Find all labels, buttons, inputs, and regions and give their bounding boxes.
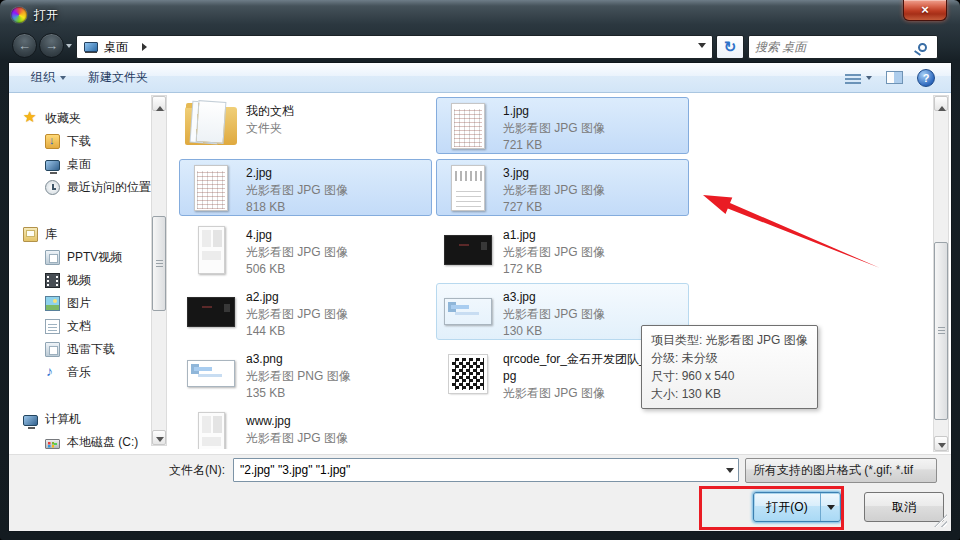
close-button[interactable]: × — [903, 0, 947, 21]
sidebar-group-gap — [9, 199, 151, 223]
sidebar-item-disk[interactable]: 本地磁盘 (C:) — [9, 431, 151, 454]
file-list-scrollbar[interactable] — [933, 95, 949, 452]
file-tile[interactable]: 1.jpg光影看图 JPG 图像721 KB — [436, 97, 689, 154]
scroll-up-icon[interactable] — [152, 96, 166, 111]
titlebar[interactable]: 打开 × — [0, 0, 960, 30]
scroll-up-icon[interactable] — [934, 96, 948, 111]
views-button[interactable] — [845, 72, 872, 84]
qr-thumbnail-icon — [449, 355, 487, 393]
scrollbar-thumb[interactable] — [934, 242, 948, 420]
breadcrumb-chevron-icon[interactable] — [142, 43, 151, 51]
preview-pane-button[interactable] — [886, 71, 903, 84]
filename-combobox[interactable] — [233, 458, 739, 482]
refresh-button[interactable]: ↻ — [716, 35, 744, 59]
file-size: 135 KB — [246, 385, 351, 402]
file-tile[interactable]: 我的文档文件夹 — [179, 97, 432, 154]
desktop-icon — [84, 42, 98, 52]
dialog-content-panel: 组织 新建文件夹 ? 收藏夹下载桌面最近访问的位置库PPTV视频视频图片文档迅雷… — [8, 62, 952, 532]
file-tile[interactable]: a1.jpg光影看图 JPG 图像172 KB — [436, 221, 689, 278]
file-type: 光影看图 JPG 图像 — [246, 306, 348, 323]
file-size: 818 KB — [246, 199, 348, 216]
sidebar-item-star[interactable]: 收藏夹 — [9, 107, 151, 130]
file-size: 721 KB — [503, 137, 605, 154]
folder-thumbnail-icon — [185, 107, 237, 145]
organize-button[interactable]: 组织 — [31, 69, 66, 86]
file-name: 4.jpg — [246, 227, 348, 244]
search-box[interactable] — [748, 35, 938, 59]
dark-thumbnail-icon — [187, 297, 235, 327]
sidebar-item-label: 文档 — [67, 318, 91, 335]
sheet-thumbnail-icon — [451, 103, 485, 149]
sidebar-item-recent[interactable]: 最近访问的位置 — [9, 176, 151, 199]
filetype-select[interactable]: 所有支持的图片格式 (*.gif; *.tif — [745, 458, 937, 483]
desktop-icon — [45, 160, 60, 171]
sidebar-item-pictures[interactable]: 图片 — [9, 292, 151, 315]
organize-label: 组织 — [31, 69, 55, 86]
sidebar-item-lib[interactable]: PPTV视频 — [9, 246, 151, 269]
file-tile-info: www.jpg光影看图 JPG 图像 — [246, 411, 348, 449]
tooltip-line: 分级: 未分级 — [651, 349, 808, 367]
scrollbar-thumb[interactable] — [152, 216, 166, 311]
pictures-icon — [45, 296, 60, 311]
file-type: 光影看图 JPG 图像 — [503, 306, 605, 323]
open-button[interactable]: 打开(O) — [753, 492, 841, 522]
sidebar-item-lib[interactable]: 迅雷下载 — [9, 338, 151, 361]
file-name: a1.jpg — [503, 227, 605, 244]
scroll-down-icon[interactable] — [934, 436, 948, 451]
sidebar-item-computer[interactable]: 计算机 — [9, 408, 151, 431]
file-tile-info: a2.jpg光影看图 JPG 图像144 KB — [246, 287, 348, 336]
file-tile-info: 4.jpg光影看图 JPG 图像506 KB — [246, 225, 348, 274]
address-bar[interactable]: 桌面 — [76, 35, 713, 59]
thumbnail-container — [441, 225, 495, 274]
forward-button[interactable]: → — [39, 33, 64, 58]
breadcrumb[interactable]: 桌面 — [104, 39, 128, 56]
recent-pages-dropdown-icon[interactable] — [66, 44, 72, 51]
sidebar-item-label: PPTV视频 — [67, 249, 122, 266]
sidebar-item-film[interactable]: 视频 — [9, 269, 151, 292]
thumbnail-container — [184, 349, 238, 398]
scroll-down-icon[interactable] — [152, 430, 166, 445]
file-type: 光影看图 JPG 图像 — [246, 430, 348, 447]
views-icon — [845, 72, 861, 84]
file-tile-info: a3.png光影看图 PNG 图像135 KB — [246, 349, 351, 398]
new-folder-button[interactable]: 新建文件夹 — [88, 69, 148, 86]
filename-dropdown-icon[interactable] — [721, 459, 738, 481]
winshot-thumbnail-icon — [187, 360, 235, 387]
search-input[interactable] — [749, 40, 918, 54]
sidebar-item-library[interactable]: 库 — [9, 223, 151, 246]
file-tile[interactable]: a2.jpg光影看图 JPG 图像144 KB — [179, 283, 432, 340]
back-button[interactable]: ← — [12, 33, 37, 58]
file-type: 光影看图 JPG 图像 — [503, 182, 605, 199]
sidebar-group-gap — [9, 384, 151, 408]
open-dialog-window: 打开 × ← → 桌面 ↻ 组织 新建文件夹 — [0, 0, 960, 540]
sidebar-item-music[interactable]: 音乐 — [9, 361, 151, 384]
sidebar-item-desktop[interactable]: 桌面 — [9, 153, 151, 176]
file-size: 172 KB — [503, 261, 605, 278]
file-tile[interactable]: 2.jpg光影看图 JPG 图像818 KB — [179, 159, 432, 216]
filename-input[interactable] — [234, 459, 721, 481]
search-icon — [918, 43, 927, 52]
new-folder-label: 新建文件夹 — [88, 69, 148, 86]
sidebar-item-label: 库 — [45, 226, 57, 243]
file-size: 130 KB — [503, 323, 605, 340]
sidebar-item-label: 图片 — [67, 295, 91, 312]
file-type: 光影看图 JPG 图像 — [246, 244, 348, 261]
sidebar-scrollbar[interactable] — [151, 95, 167, 446]
address-dropdown-icon[interactable] — [698, 43, 706, 52]
file-tile[interactable]: 3.jpg光影看图 JPG 图像727 KB — [436, 159, 689, 216]
file-name: 3.jpg — [503, 165, 605, 182]
file-size: 144 KB — [246, 323, 348, 340]
file-tile[interactable]: www.jpg光影看图 JPG 图像 — [179, 407, 432, 449]
chevron-down-icon — [60, 76, 66, 83]
sidebar-item-downloads[interactable]: 下载 — [9, 130, 151, 153]
sidebar-item-doc[interactable]: 文档 — [9, 315, 151, 338]
file-tile[interactable]: 4.jpg光影看图 JPG 图像506 KB — [179, 221, 432, 278]
file-type: 光影看图 JPG 图像 — [503, 120, 605, 137]
cancel-button[interactable]: 取消 — [864, 492, 944, 522]
file-tile[interactable]: a3.png光影看图 PNG 图像135 KB — [179, 345, 432, 402]
doc-icon — [45, 319, 60, 334]
help-button[interactable]: ? — [917, 69, 935, 87]
file-tile-info: a1.jpg光影看图 JPG 图像172 KB — [503, 225, 605, 274]
open-dropdown-icon[interactable] — [820, 493, 840, 521]
file-tile-info: 我的文档文件夹 — [246, 101, 294, 150]
